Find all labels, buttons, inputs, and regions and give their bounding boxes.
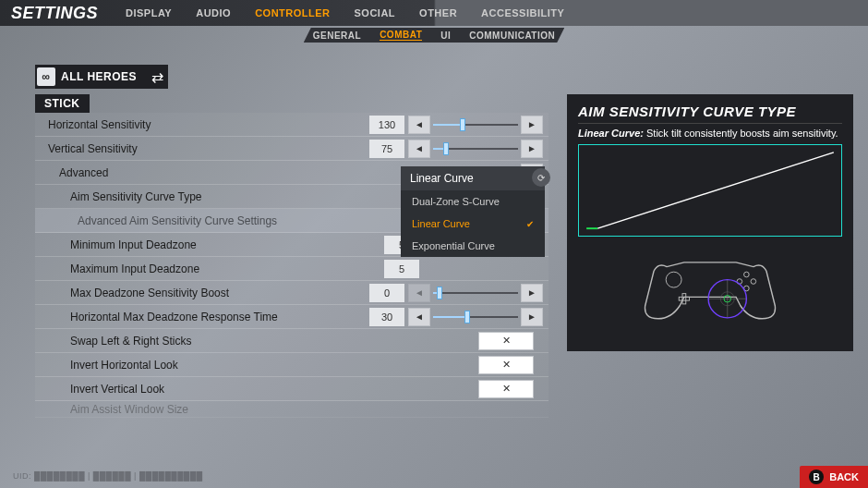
dropdown-curve-type[interactable]: Linear Curve ⟳ Dual-Zone S-Curve Linear … [401,166,545,257]
inc-vertical-sensitivity[interactable]: ► [521,140,543,158]
panel-desc-text: Stick tilt consistently boosts aim sensi… [646,128,838,139]
nav-tabs: DISPLAY AUDIO CONTROLLER SOCIAL OTHER AC… [126,7,564,18]
value-horizontal-sensitivity: 130 [369,116,404,134]
hero-icon: ∞ [37,67,55,86]
label-response-time: Horizontal Max Deadzone Response Time [35,311,369,323]
label-horizontal-sensitivity: Horizontal Sensitivity [35,118,369,131]
row-horizontal-sensitivity[interactable]: Horizontal Sensitivity 130 ◄ ► [35,113,549,137]
value-max-boost: 0 [369,284,404,302]
slider-vertical-sensitivity[interactable] [433,140,518,158]
inc-max-boost[interactable]: ► [521,284,543,302]
dropdown-header-label: Linear Curve [410,172,474,185]
toggle-swap-sticks[interactable]: ✕ [478,332,534,350]
subnav: GENERAL COMBAT UI COMMUNICATION [304,28,565,43]
toggle-invert-vertical[interactable]: ✕ [478,380,534,398]
watermark: UID: ████████ | ██████ | ██████████ [13,471,203,481]
label-invert-vertical: Invert Vertical Look [35,383,478,396]
panel-description: Linear Curve: Stick tilt consistently bo… [578,128,842,139]
label-cutoff: Aim Assist Window Size [35,403,549,416]
subtab-general[interactable]: GENERAL [313,30,361,41]
svg-line-1 [597,152,834,228]
value-max-deadzone: 5 [384,260,419,278]
header-bar: SETTINGS DISPLAY AUDIO CONTROLLER SOCIAL… [0,0,868,26]
dec-horizontal-sensitivity[interactable]: ◄ [408,116,430,134]
dropdown-item-linear[interactable]: Linear Curve ✔ [401,213,545,235]
subtab-communication[interactable]: COMMUNICATION [469,30,555,41]
panel-curve-name: Linear Curve: [578,128,644,139]
svg-point-6 [751,279,756,285]
curve-graph [578,144,842,237]
dec-max-boost: ◄ [408,284,430,302]
back-label: BACK [829,471,859,482]
row-invert-horizontal[interactable]: Invert Horizontal Look ✕ [35,353,549,377]
value-response-time: 30 [369,308,404,326]
row-swap-sticks[interactable]: Swap Left & Right Sticks ✕ [35,329,549,353]
toggle-invert-horizontal[interactable]: ✕ [478,356,534,374]
hero-swap-icon[interactable]: ⇄ [146,65,168,89]
dropdown-item-dual-zone[interactable]: Dual-Zone S-Curve [401,190,545,213]
tab-controller[interactable]: CONTROLLER [255,7,330,18]
hero-selector[interactable]: ∞ ALL HEROES [35,65,146,89]
check-icon: ✔ [526,219,534,229]
row-max-deadzone[interactable]: Maximum Input Deadzone 5 [35,257,549,281]
page-title: SETTINGS [11,4,98,23]
subtab-combat[interactable]: COMBAT [380,30,422,41]
dropdown-knob-icon: ⟳ [532,168,550,187]
panel-title: AIM SENSITIVITY CURVE TYPE [578,104,842,124]
svg-point-5 [744,272,750,277]
subnav-wrap: GENERAL COMBAT UI COMMUNICATION [0,26,868,44]
label-invert-horizontal: Invert Horizontal Look [35,359,478,372]
tab-social[interactable]: SOCIAL [355,7,396,18]
label-min-deadzone: Minimum Input Deadzone [35,238,384,251]
slider-horizontal-sensitivity[interactable] [433,116,518,134]
dec-response-time[interactable]: ◄ [408,308,430,326]
back-button[interactable]: B BACK [800,466,868,488]
row-vertical-sensitivity[interactable]: Vertical Sensitivity 75 ◄ ► [35,137,549,161]
dec-vertical-sensitivity[interactable]: ◄ [408,140,430,158]
hero-selector-bar: ∞ ALL HEROES ⇄ [35,65,868,89]
tab-audio[interactable]: AUDIO [196,7,231,18]
back-key-icon: B [809,470,824,484]
info-panel: AIM SENSITIVITY CURVE TYPE Linear Curve:… [567,94,853,351]
slider-response-time[interactable] [433,308,518,326]
slider-max-boost[interactable] [433,284,518,302]
row-response-time[interactable]: Horizontal Max Deadzone Response Time 30… [35,305,549,329]
row-max-boost[interactable]: Max Deadzone Sensitivity Boost 0 ◄ ► [35,281,549,305]
value-vertical-sensitivity: 75 [369,140,404,158]
label-vertical-sensitivity: Vertical Sensitivity [35,142,369,155]
label-advanced-curve-settings: Advanced Aim Sensitivity Curve Settings [35,214,401,227]
inc-response-time[interactable]: ► [521,308,543,326]
dropdown-list: Dual-Zone S-Curve Linear Curve ✔ Exponen… [401,190,545,257]
label-curve-type: Aim Sensitivity Curve Type [35,190,401,203]
tab-other[interactable]: OTHER [419,7,457,18]
row-cutoff: Aim Assist Window Size [35,401,549,418]
row-invert-vertical[interactable]: Invert Vertical Look ✕ [35,377,549,401]
inc-horizontal-sensitivity[interactable]: ► [521,116,543,134]
subtab-ui[interactable]: UI [440,30,451,41]
section-stick: STICK [35,94,90,113]
svg-point-2 [666,272,681,287]
controller-diagram [578,242,842,335]
dropdown-item-exponential[interactable]: Exponential Curve [401,235,545,257]
tab-accessibility[interactable]: ACCESSIBILITY [481,7,564,18]
label-max-boost: Max Deadzone Sensitivity Boost [35,287,369,299]
label-max-deadzone: Maximum Input Deadzone [35,262,384,275]
hero-label: ALL HEROES [61,70,137,83]
dropdown-header[interactable]: Linear Curve ⟳ [401,166,545,190]
tab-display[interactable]: DISPLAY [126,7,172,18]
label-swap-sticks: Swap Left & Right Sticks [35,335,478,348]
